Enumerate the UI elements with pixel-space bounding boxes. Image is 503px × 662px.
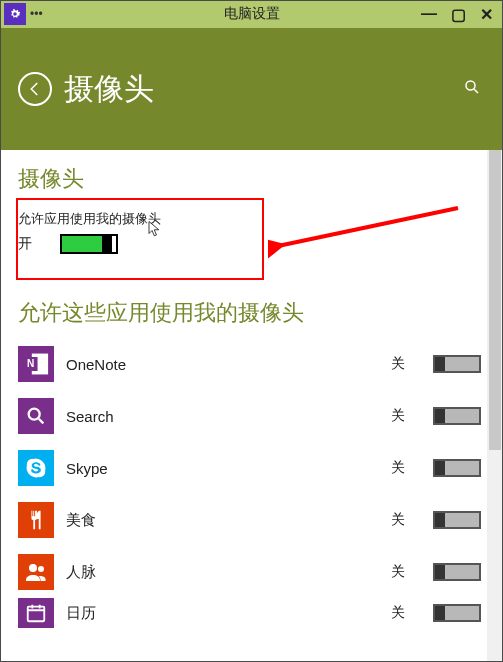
list-item: 日历 关 bbox=[18, 598, 485, 628]
scrollbar-thumb[interactable] bbox=[489, 150, 501, 450]
calendar-icon bbox=[18, 598, 54, 628]
app-state: 关 bbox=[391, 563, 421, 581]
window-title: 电脑设置 bbox=[224, 5, 280, 23]
app-state: 关 bbox=[391, 407, 421, 425]
allow-apps-state: 开 bbox=[18, 235, 48, 253]
app-name: Skype bbox=[66, 460, 379, 477]
food-icon bbox=[18, 502, 54, 538]
svg-point-5 bbox=[29, 409, 40, 420]
scrollbar[interactable] bbox=[487, 150, 503, 662]
app-toggle[interactable] bbox=[433, 355, 481, 373]
annotation-highlight-box: 允许应用使用我的摄像头 开 bbox=[16, 198, 264, 280]
app-name: 人脉 bbox=[66, 563, 379, 582]
maximize-button[interactable]: ▢ bbox=[451, 5, 466, 24]
minimize-button[interactable]: — bbox=[421, 5, 437, 23]
svg-text:N: N bbox=[27, 358, 34, 369]
svg-rect-8 bbox=[28, 607, 45, 622]
search-icon[interactable] bbox=[463, 78, 481, 100]
people-icon bbox=[18, 554, 54, 590]
page-header: 摄像头 bbox=[0, 28, 503, 150]
overflow-icon[interactable]: ••• bbox=[30, 7, 43, 21]
search-app-icon bbox=[18, 398, 54, 434]
list-item: N OneNote 关 bbox=[18, 338, 485, 390]
svg-point-7 bbox=[38, 566, 44, 572]
app-state: 关 bbox=[391, 459, 421, 477]
app-toggle[interactable] bbox=[433, 604, 481, 622]
app-toggle[interactable] bbox=[433, 459, 481, 477]
allow-apps-toggle[interactable] bbox=[60, 234, 118, 254]
app-list: N OneNote 关 Search 关 Skype 关 bbox=[18, 338, 485, 628]
onenote-icon: N bbox=[18, 346, 54, 382]
app-name: 日历 bbox=[66, 604, 379, 623]
list-item: Skype 关 bbox=[18, 442, 485, 494]
app-toggle[interactable] bbox=[433, 511, 481, 529]
list-item: 人脉 关 bbox=[18, 546, 485, 598]
list-item: 美食 关 bbox=[18, 494, 485, 546]
titlebar: ••• 电脑设置 — ▢ ✕ bbox=[0, 0, 503, 28]
app-name: Search bbox=[66, 408, 379, 425]
skype-icon bbox=[18, 450, 54, 486]
app-toggle[interactable] bbox=[433, 407, 481, 425]
svg-point-0 bbox=[466, 81, 475, 90]
back-button[interactable] bbox=[18, 72, 52, 106]
allow-apps-label: 允许应用使用我的摄像头 bbox=[18, 210, 252, 228]
settings-gear-icon bbox=[4, 3, 26, 25]
close-button[interactable]: ✕ bbox=[480, 5, 493, 24]
list-item: Search 关 bbox=[18, 390, 485, 442]
app-state: 关 bbox=[391, 604, 421, 622]
app-name: 美食 bbox=[66, 511, 379, 530]
content-area: 摄像头 允许应用使用我的摄像头 开 允许这些应用使用我的摄像头 N OneNot… bbox=[0, 150, 503, 662]
app-toggle[interactable] bbox=[433, 563, 481, 581]
svg-point-6 bbox=[29, 564, 37, 572]
app-name: OneNote bbox=[66, 356, 379, 373]
section-title-camera: 摄像头 bbox=[18, 164, 485, 194]
app-state: 关 bbox=[391, 355, 421, 373]
app-state: 关 bbox=[391, 511, 421, 529]
page-title: 摄像头 bbox=[64, 69, 154, 110]
section-title-apps: 允许这些应用使用我的摄像头 bbox=[18, 298, 485, 328]
